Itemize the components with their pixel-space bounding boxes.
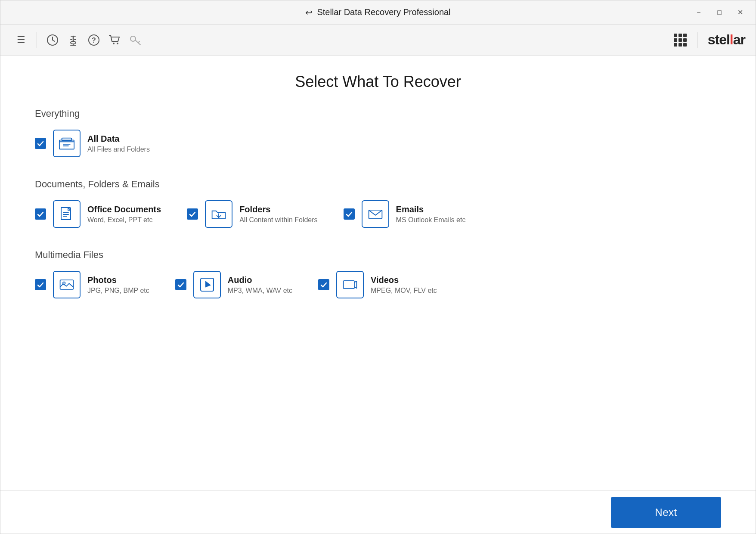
svg-rect-16	[62, 138, 72, 141]
toolbar: ☰ ?	[0, 25, 756, 56]
emails-title: Emails	[396, 205, 466, 214]
title-bar: ↩ Stellar Data Recovery Professional − □…	[0, 0, 756, 25]
svg-line-13	[135, 40, 140, 45]
toolbar-divider-1	[37, 32, 37, 48]
all-data-title: All Data	[87, 134, 150, 144]
checkbox-photos-wrap	[35, 279, 46, 290]
app-window: ↩ Stellar Data Recovery Professional − □…	[0, 0, 756, 534]
emails-subtitle: MS Outlook Emails etc	[396, 216, 466, 224]
option-emails[interactable]: Emails MS Outlook Emails etc	[344, 200, 466, 228]
videos-icon-box	[336, 271, 364, 298]
checkbox-videos-wrap	[318, 279, 329, 290]
photos-icon-box	[53, 271, 81, 298]
folders-subtitle: All Content within Folders	[239, 216, 317, 224]
minimize-button[interactable]: −	[690, 6, 707, 19]
svg-line-14	[138, 41, 139, 43]
section-everything-label: Everything	[35, 108, 721, 119]
option-audio[interactable]: Audio MP3, WMA, WAV etc	[175, 271, 292, 298]
all-data-text: All Data All Files and Folders	[87, 134, 150, 153]
audio-subtitle: MP3, WMA, WAV etc	[228, 287, 292, 295]
office-docs-icon-box	[53, 200, 81, 228]
checkbox-all-data[interactable]	[35, 138, 46, 149]
window-title: Stellar Data Recovery Professional	[317, 7, 450, 17]
footer: Next	[0, 491, 756, 534]
grid-icon[interactable]	[674, 34, 687, 47]
svg-point-12	[130, 36, 136, 41]
brand-separator	[697, 32, 697, 48]
checkbox-office-docs[interactable]	[35, 208, 46, 220]
office-docs-title: Office Documents	[87, 205, 161, 214]
checkbox-emails[interactable]	[344, 208, 355, 220]
option-office-docs[interactable]: Office Documents Word, Excel, PPT etc	[35, 200, 161, 228]
folders-title: Folders	[239, 205, 317, 214]
option-folders[interactable]: Folders All Content within Folders	[187, 200, 317, 228]
folders-icon-box	[205, 200, 232, 228]
menu-icon[interactable]: ☰	[11, 30, 31, 50]
title-bar-controls: − □ ✕	[690, 6, 749, 19]
brand-logo: stellar	[708, 32, 745, 48]
checkbox-folders[interactable]	[187, 208, 198, 220]
videos-subtitle: MPEG, MOV, FLV etc	[371, 287, 437, 295]
svg-rect-28	[344, 281, 354, 289]
folders-text: Folders All Content within Folders	[239, 205, 317, 224]
audio-text: Audio MP3, WMA, WAV etc	[228, 275, 292, 295]
audio-icon-box	[193, 271, 221, 298]
checkbox-office-docs-wrap	[35, 208, 46, 220]
section-everything: Everything	[35, 108, 721, 157]
toolbar-right: stellar	[674, 32, 745, 48]
checkbox-emails-wrap	[344, 208, 355, 220]
office-docs-subtitle: Word, Excel, PPT etc	[87, 216, 161, 224]
cart-icon[interactable]	[104, 30, 125, 50]
svg-point-11	[117, 43, 118, 44]
main-content: Select What To Recover Everything	[0, 56, 756, 491]
section-documents-label: Documents, Folders & Emails	[35, 179, 721, 190]
office-docs-text: Office Documents Word, Excel, PPT etc	[87, 205, 161, 224]
everything-options: All Data All Files and Folders	[35, 130, 721, 157]
next-button[interactable]: Next	[611, 497, 721, 528]
checkbox-folders-wrap	[187, 208, 198, 220]
back-icon: ↩	[305, 7, 313, 18]
all-data-subtitle: All Files and Folders	[87, 146, 150, 153]
option-all-data[interactable]: All Data All Files and Folders	[35, 130, 150, 157]
checkbox-videos[interactable]	[318, 279, 329, 290]
photos-subtitle: JPG, PNG, BMP etc	[87, 287, 149, 295]
key-icon[interactable]	[125, 30, 146, 50]
close-button[interactable]: ✕	[731, 6, 749, 19]
title-bar-center: ↩ Stellar Data Recovery Professional	[305, 7, 450, 18]
restore-button[interactable]: □	[711, 6, 728, 19]
section-documents: Documents, Folders & Emails	[35, 179, 721, 228]
photos-title: Photos	[87, 275, 149, 285]
audio-title: Audio	[228, 275, 292, 285]
videos-text: Videos MPEG, MOV, FLV etc	[371, 275, 437, 295]
emails-text: Emails MS Outlook Emails etc	[396, 205, 466, 224]
emails-icon-box	[362, 200, 389, 228]
option-photos[interactable]: Photos JPG, PNG, BMP etc	[35, 271, 149, 298]
section-multimedia: Multimedia Files	[35, 249, 721, 298]
option-videos[interactable]: Videos MPEG, MOV, FLV etc	[318, 271, 437, 298]
checkbox-audio-wrap	[175, 279, 186, 290]
svg-text:?: ?	[92, 37, 96, 44]
section-multimedia-label: Multimedia Files	[35, 249, 721, 261]
svg-rect-19	[61, 208, 71, 220]
checkbox-audio[interactable]	[175, 279, 186, 290]
history-icon[interactable]	[42, 30, 63, 50]
all-data-icon-box	[53, 130, 81, 157]
photos-text: Photos JPG, PNG, BMP etc	[87, 275, 149, 295]
documents-options: Office Documents Word, Excel, PPT etc	[35, 200, 721, 228]
svg-point-10	[113, 43, 115, 44]
checkbox-photos[interactable]	[35, 279, 46, 290]
multimedia-options: Photos JPG, PNG, BMP etc	[35, 271, 721, 298]
videos-title: Videos	[371, 275, 437, 285]
page-title: Select What To Recover	[35, 73, 721, 91]
help-icon[interactable]: ?	[84, 30, 104, 50]
checkbox-all-data-wrap	[35, 138, 46, 149]
scan-icon[interactable]	[63, 30, 84, 50]
